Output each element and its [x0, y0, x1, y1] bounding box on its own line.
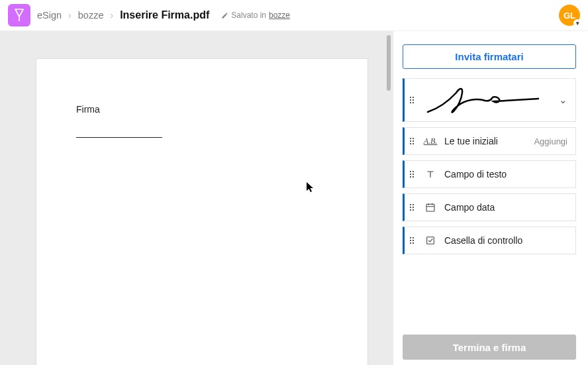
tool-label: Campo data	[444, 202, 567, 213]
signature-field-label: Firma	[76, 104, 100, 115]
drag-handle-icon[interactable]	[410, 138, 416, 144]
breadcrumb-file: Inserire Firma.pdf	[120, 9, 209, 21]
tool-label: Campo di testo	[444, 169, 567, 180]
sidebar: Invita firmatari ⌄ A.B. Le tue iniziali …	[393, 31, 588, 365]
tool-initials[interactable]: A.B. Le tue iniziali Aggiungi	[403, 127, 576, 155]
drag-handle-icon[interactable]	[410, 237, 416, 244]
chevron-right-icon: ›	[110, 10, 113, 21]
tool-label: Le tue iniziali	[444, 136, 534, 146]
tool-date-field[interactable]: Campo data	[403, 193, 576, 221]
signature-preview	[424, 83, 554, 117]
header: eSign › bozze › Inserire Firma.pdf Salva…	[0, 0, 588, 31]
calendar-icon	[424, 201, 436, 213]
pencil-icon	[221, 12, 228, 19]
tool-checkbox[interactable]: Casella di controllo	[403, 227, 576, 254]
chevron-right-icon: ›	[68, 10, 72, 21]
chevron-down-icon[interactable]: ⌄	[559, 94, 567, 106]
scrollbar-thumb[interactable]	[387, 35, 391, 91]
drag-handle-icon[interactable]	[410, 97, 416, 103]
avatar[interactable]: GL	[559, 5, 580, 26]
finish-and-sign-button[interactable]: Termina e firma	[403, 335, 576, 360]
drag-handle-icon[interactable]	[410, 204, 416, 211]
drag-handle-icon[interactable]	[410, 171, 416, 178]
checkbox-icon	[424, 235, 436, 246]
document-page[interactable]: Firma	[36, 59, 368, 365]
breadcrumb-folder[interactable]: bozze	[78, 10, 104, 21]
saved-status: Salvato in bozze	[221, 11, 290, 20]
breadcrumb-app[interactable]: eSign	[37, 10, 62, 21]
invite-signers-button[interactable]: Invita firmatari	[403, 44, 576, 69]
saved-prefix: Salvato in	[231, 11, 266, 20]
tool-text-field[interactable]: Campo di testo	[403, 160, 576, 188]
saved-location-link[interactable]: bozze	[269, 11, 290, 20]
esign-app-icon[interactable]	[8, 4, 30, 26]
initials-icon: A.B.	[424, 135, 436, 147]
add-initials-link[interactable]: Aggiungi	[534, 136, 567, 146]
svg-rect-0	[426, 204, 434, 211]
signature-line[interactable]	[76, 137, 162, 138]
tool-label: Casella di controllo	[444, 235, 567, 246]
main: Firma Invita firmatari ⌄ A.B. Le tue ini…	[0, 31, 588, 365]
document-canvas[interactable]: Firma	[0, 31, 393, 365]
tool-signature[interactable]: ⌄	[403, 78, 576, 122]
svg-rect-1	[427, 237, 434, 244]
text-field-icon	[424, 168, 436, 180]
